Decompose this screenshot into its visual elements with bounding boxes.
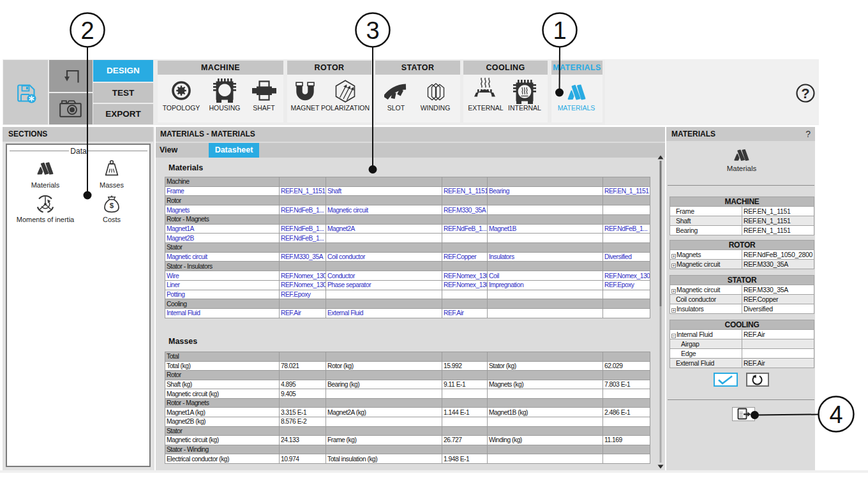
svg-text:3: 3 xyxy=(366,17,379,44)
svg-text:2: 2 xyxy=(80,17,94,44)
svg-text:1: 1 xyxy=(553,17,566,44)
svg-text:?: ? xyxy=(801,85,809,101)
svg-text:$: $ xyxy=(110,202,114,209)
svg-text:4: 4 xyxy=(829,401,842,428)
